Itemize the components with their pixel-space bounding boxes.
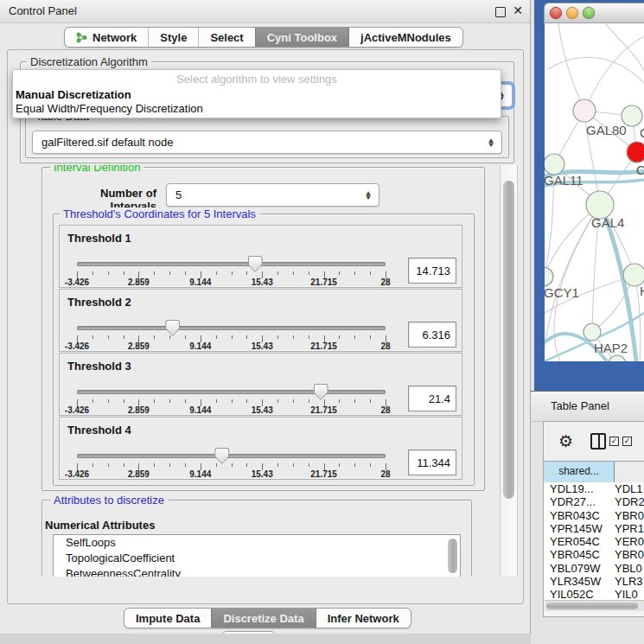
minimize-traffic-light-icon[interactable] <box>566 7 578 19</box>
slider-tick <box>124 399 124 403</box>
cell-shared-name: YDR27... <box>544 495 615 508</box>
float-window-icon[interactable] <box>495 7 506 17</box>
attribute-list-item[interactable]: TopologicalCoefficient <box>54 551 460 566</box>
tab-discretize-data[interactable]: Discretize Data <box>211 609 315 628</box>
threshold-list: Threshold 1-3.4262.8599.14415.4321.71528… <box>59 225 462 481</box>
network-node[interactable] <box>583 323 601 341</box>
tab-select[interactable]: Select <box>198 28 254 47</box>
slider-tick <box>232 463 233 467</box>
table-row[interactable]: YDL19...YDL1 <box>544 482 644 495</box>
slider-tick <box>185 335 186 339</box>
table-row[interactable]: YBL079WYBL0 <box>544 562 644 575</box>
network-node-label: H <box>640 284 644 298</box>
threshold-label: Threshold 4 <box>67 424 131 437</box>
slider-tick <box>339 399 340 403</box>
threshold-panel: Threshold 4-3.4262.8599.14415.4321.71528… <box>59 417 462 480</box>
settings-scrollbar-track[interactable] <box>500 165 518 577</box>
network-node[interactable] <box>545 154 564 175</box>
number-of-intervals-select[interactable]: 5 ▲▼ <box>166 183 379 207</box>
network-node[interactable] <box>573 99 596 122</box>
table-row[interactable]: YDR27...YDR2 <box>544 495 644 508</box>
slider-tick <box>339 463 340 467</box>
tab-jactivemnodules[interactable]: jActiveMNodules <box>348 28 462 47</box>
slider-tick-label: 21.715 <box>310 341 337 351</box>
network-window-titlebar[interactable] <box>544 3 644 23</box>
numerical-attributes-label: Numerical Attributes <box>45 519 155 532</box>
select-none-checkbox-icon[interactable]: ✓ <box>622 437 632 446</box>
slider-thumb[interactable] <box>165 320 180 336</box>
tab-cyni-toolbox[interactable]: Cyni Toolbox <box>255 28 348 47</box>
slider-tick <box>293 463 294 467</box>
gear-icon[interactable]: ⚙ <box>558 431 573 450</box>
table-rows: YDL19...YDL1YDR27...YDR2YBR043CYBR0YPR14… <box>544 482 644 600</box>
columns-icon[interactable] <box>590 433 606 450</box>
slider-tick <box>246 399 247 403</box>
settings-scrollbar-thumb[interactable] <box>503 181 514 499</box>
slider-tick <box>169 399 170 403</box>
table-row[interactable]: YIL052CYIL0 <box>544 588 644 600</box>
select-all-checkbox-icon[interactable]: ✓ <box>609 437 619 446</box>
threshold-panel: Threshold 2-3.4262.8599.14415.4321.71528… <box>59 289 462 352</box>
attributes-list-scrollbar[interactable] <box>448 539 457 573</box>
threshold-value-field[interactable]: 14.713 <box>408 258 456 284</box>
slider-tick <box>154 271 155 275</box>
column-header-name[interactable]: na <box>615 462 644 482</box>
bottom-tab-strip: Impute DataDiscretize DataInfer Network <box>124 608 411 628</box>
table-row[interactable]: YBR045CYBR0 <box>544 548 644 561</box>
threshold-value-field[interactable]: 6.316 <box>408 322 456 348</box>
threshold-value-field[interactable]: 21.4 <box>408 386 456 411</box>
cell-shared-name: YPR145W <box>544 522 615 535</box>
slider-track[interactable] <box>77 454 386 458</box>
slider-track[interactable] <box>77 262 386 266</box>
slider-tick <box>354 335 355 339</box>
slider-thumb[interactable] <box>248 256 263 272</box>
close-traffic-light-icon[interactable] <box>550 7 562 19</box>
table-hscrollbar-thumb[interactable] <box>546 603 638 609</box>
slider-tick <box>154 335 155 339</box>
slider-tick <box>169 335 170 339</box>
dropdown-option-equal-width[interactable]: Equal Width/Frequency Discretization <box>16 102 203 115</box>
attribute-list-item[interactable]: BetweennessCentrality <box>54 566 460 577</box>
interval-definition-title: Interval Definition <box>50 165 143 174</box>
cell-shared-name: YER054C <box>544 535 615 548</box>
table-row[interactable]: YPR145WYPR1 <box>544 522 644 535</box>
network-node[interactable] <box>545 267 553 286</box>
dropdown-option-manual[interactable]: Manual Discretization <box>16 88 131 101</box>
network-canvas[interactable]: GAL80GACGAL11GAL4GCY1HHAP2 <box>545 23 644 361</box>
slider-tick-label: 28 <box>380 277 390 287</box>
tab-style[interactable]: Style <box>148 28 198 47</box>
table-hscrollbar-track[interactable] <box>545 600 644 611</box>
slider-tick <box>154 399 155 403</box>
slider-tick <box>232 271 233 275</box>
combo-stepper-icon: ▲▼ <box>364 191 372 200</box>
slider-tick <box>185 463 186 467</box>
slider-thumb[interactable] <box>314 384 328 400</box>
slider-tick <box>309 399 309 403</box>
tab-network[interactable]: Network <box>65 28 148 47</box>
table-data-select[interactable]: galFiltered.sif default node ▲▼ <box>32 131 502 154</box>
network-node[interactable] <box>627 142 644 163</box>
close-icon[interactable]: ✕ <box>513 3 523 17</box>
slider-track[interactable] <box>77 390 386 394</box>
slider-tick <box>216 399 217 403</box>
attribute-list-item[interactable]: SelfLoops <box>54 535 460 551</box>
dropdown-placeholder-item[interactable]: Select algorithm to view settings <box>13 73 501 86</box>
network-graph: GAL80GACGAL11GAL4GCY1HHAP2 <box>545 23 644 361</box>
cell-name: YBR0 <box>615 509 644 522</box>
column-header-shared-name[interactable]: shared... <box>544 462 615 482</box>
threshold-value-field[interactable]: 11.344 <box>408 450 456 475</box>
table-row[interactable]: YBR043CYBR0 <box>544 509 644 522</box>
network-edge <box>548 57 644 83</box>
thresholds-group-title: Threshold's Coordinates for 5 Intervals <box>60 207 259 220</box>
settings-scrollpane: Interval Definition Number of Intervals … <box>13 165 499 577</box>
table-row[interactable]: YER054CYER0 <box>544 535 644 548</box>
table-row[interactable]: YLR345WYLR3 <box>544 575 644 588</box>
slider-track[interactable] <box>77 326 386 330</box>
numerical-attributes-list[interactable]: SelfLoopsTopologicalCoefficientBetweenne… <box>53 534 461 577</box>
slider-tick <box>277 335 278 339</box>
tab-impute-data[interactable]: Impute Data <box>124 609 211 628</box>
zoom-traffic-light-icon[interactable] <box>583 7 595 19</box>
slider-thumb[interactable] <box>214 448 229 464</box>
threshold-label: Threshold 2 <box>67 296 131 309</box>
tab-infer-network[interactable]: Infer Network <box>316 609 411 628</box>
